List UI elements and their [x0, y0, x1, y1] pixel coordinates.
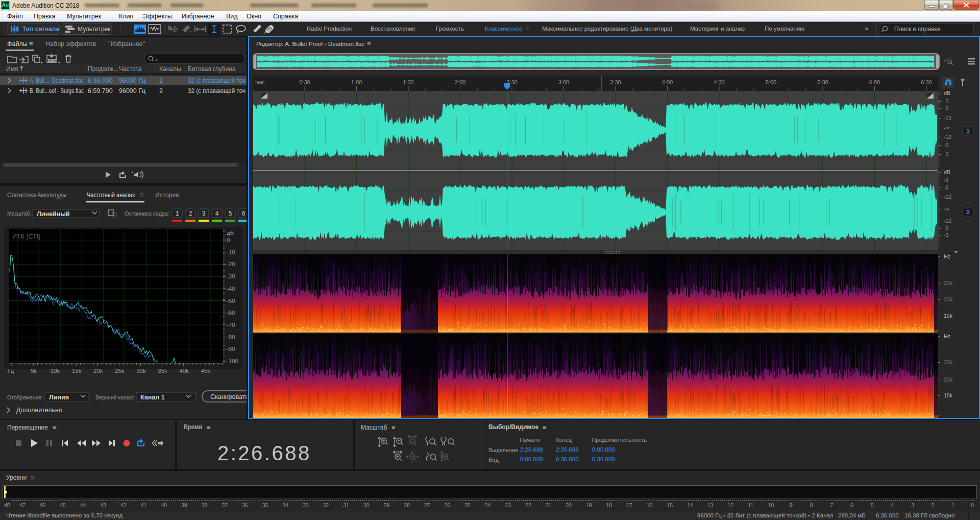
svg-text:-23: -23	[503, 502, 511, 508]
svg-text:-9: -9	[788, 502, 793, 508]
svg-text:-3: -3	[944, 151, 948, 157]
svg-text:0: 0	[227, 237, 230, 243]
svg-text:-2: -2	[929, 502, 934, 508]
svg-text:-20: -20	[564, 502, 572, 508]
svg-text:5: 5	[229, 210, 232, 217]
svg-text:-12: -12	[944, 134, 951, 140]
svg-text:-30: -30	[361, 502, 369, 508]
svg-text:-31: -31	[341, 502, 349, 508]
svg-text:-6: -6	[944, 184, 948, 191]
svg-text:Масштаб: Масштаб	[361, 424, 387, 431]
svg-text:-17: -17	[625, 502, 632, 508]
svg-text:-38: -38	[200, 502, 207, 508]
svg-text:чмс: чмс	[255, 79, 265, 85]
svg-text:32 (с плавающей точ: 32 (с плавающей точ	[188, 77, 246, 84]
svg-text:30k: 30k	[136, 368, 146, 374]
svg-text:-35: -35	[260, 502, 268, 508]
svg-text:-90: -90	[227, 346, 235, 352]
svg-text:Статистика Амплитуды: Статистика Амплитуды	[7, 192, 66, 199]
svg-text:-6: -6	[849, 502, 853, 508]
svg-text:6:30: 6:30	[921, 79, 932, 85]
svg-text:-7: -7	[828, 502, 833, 508]
svg-text:dB: dB	[944, 169, 950, 175]
svg-text:-15: -15	[665, 502, 673, 508]
svg-text:Остановка кадра:: Остановка кадра:	[125, 210, 169, 217]
svg-text:Отображение:: Отображение:	[7, 394, 43, 401]
svg-text:Каналы: Каналы	[159, 65, 181, 73]
svg-text:6:59.790: 6:59.790	[88, 87, 113, 94]
svg-text:-40: -40	[159, 502, 167, 508]
svg-text:-50: -50	[227, 298, 235, 304]
svg-text:-44: -44	[78, 502, 86, 508]
svg-text:dB: dB	[944, 90, 950, 96]
svg-text:-41: -41	[139, 502, 146, 508]
svg-text:-60: -60	[227, 310, 235, 316]
svg-text:-19: -19	[584, 502, 592, 508]
svg-text:-5: -5	[869, 502, 873, 508]
svg-text:Канал 1: Канал 1	[140, 394, 165, 401]
svg-text:-36: -36	[240, 502, 248, 508]
svg-text:-12: -12	[944, 115, 951, 121]
svg-text:Частота: Частота	[119, 65, 142, 73]
svg-text:-29: -29	[382, 502, 389, 508]
svg-text:"Избранное": "Избранное"	[108, 40, 145, 48]
svg-text:96000 Гц: 96000 Гц	[119, 77, 145, 84]
svg-text:-33: -33	[301, 502, 308, 508]
svg-text:-10: -10	[227, 249, 235, 255]
svg-text:-26: -26	[443, 502, 450, 508]
svg-text:1:30: 1:30	[403, 79, 413, 85]
svg-text:25k: 25k	[115, 368, 125, 374]
svg-text:30k: 30k	[944, 280, 953, 286]
svg-text:-43: -43	[99, 502, 106, 508]
svg-text:20k: 20k	[93, 368, 103, 374]
svg-text:6: 6	[242, 210, 246, 217]
svg-text:Редактор: A. Bullet Proof - De: Редактор: A. Bullet Proof - Deadman.flac	[256, 40, 364, 47]
svg-text:1:00: 1:00	[351, 79, 362, 85]
svg-text:-∞: -∞	[944, 206, 949, 212]
svg-text:Сканировать: Сканировать	[210, 393, 247, 400]
svg-text:-27: -27	[422, 502, 430, 508]
svg-text:40k: 40k	[179, 368, 189, 374]
svg-text:Линия: Линия	[49, 394, 69, 401]
svg-text:Битовая глубина: Битовая глубина	[188, 65, 236, 73]
svg-text:4:00: 4:00	[662, 79, 673, 85]
svg-text:-6: -6	[944, 142, 948, 148]
svg-text:dB: dB	[4, 502, 11, 508]
svg-text:≡: ≡	[367, 40, 371, 48]
svg-text:≡: ≡	[29, 40, 33, 48]
svg-text:Набор эффектов: Набор эффектов	[45, 40, 96, 48]
svg-text:2: 2	[159, 87, 163, 94]
svg-text:3: 3	[202, 210, 206, 217]
svg-text:10k: 10k	[51, 368, 60, 374]
svg-text:История: История	[155, 192, 179, 199]
svg-text:-13: -13	[705, 502, 713, 508]
svg-text:4:30: 4:30	[714, 79, 724, 85]
svg-text:5:30: 5:30	[817, 79, 828, 85]
svg-text:-3: -3	[944, 98, 948, 104]
svg-text:2: 2	[189, 210, 192, 217]
svg-text:1: 1	[176, 210, 179, 217]
svg-text:-14: -14	[685, 502, 693, 508]
svg-text:-3: -3	[944, 177, 948, 183]
svg-text:-12: -12	[944, 194, 951, 200]
svg-text:-45: -45	[58, 502, 66, 508]
svg-text:A. Bull...- Deadman.flac: A. Bull...- Deadman.flac	[30, 77, 84, 84]
svg-text:Частотный анализ: Частотный анализ	[87, 192, 135, 199]
svg-text:-100: -100	[227, 358, 238, 364]
svg-text:-25: -25	[463, 502, 471, 508]
svg-text:-40: -40	[227, 286, 235, 292]
svg-text:B. Bull...oof - Surge.flac: B. Bull...oof - Surge.flac	[30, 87, 84, 94]
svg-text:-4: -4	[889, 502, 894, 508]
svg-text:-47: -47	[17, 502, 25, 508]
svg-text:10k: 10k	[944, 313, 953, 319]
svg-text:≡: ≡	[140, 191, 144, 199]
svg-text:2: 2	[159, 77, 163, 84]
svg-text:4: 4	[215, 210, 219, 217]
svg-text:-70: -70	[227, 322, 235, 328]
svg-text:-20: -20	[227, 261, 235, 267]
svg-text:-39: -39	[180, 502, 187, 508]
svg-text:30k: 30k	[944, 359, 953, 365]
svg-text:-6: -6	[944, 105, 948, 111]
svg-text:-21: -21	[544, 502, 551, 508]
svg-text:-18: -18	[604, 502, 612, 508]
